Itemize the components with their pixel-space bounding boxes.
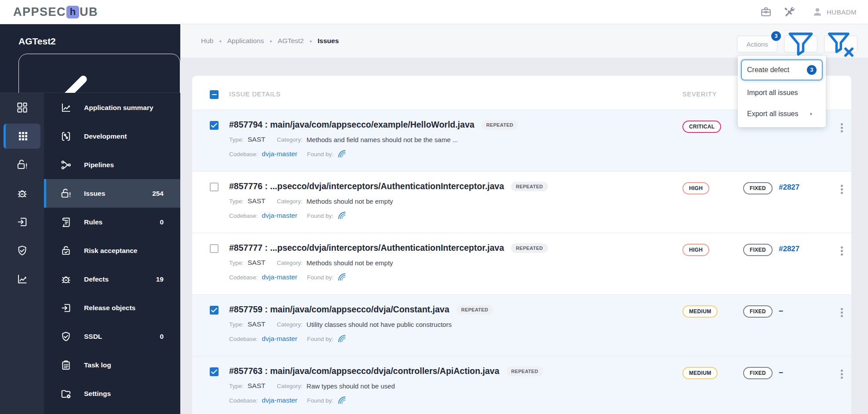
rail-item-applications[interactable] [4, 124, 40, 149]
repeated-badge: REPEATED [511, 182, 547, 191]
sidebar-item-settings[interactable]: Settings [44, 379, 180, 408]
rail-item-release-objects[interactable] [0, 208, 44, 236]
row-overflow-menu[interactable] [839, 245, 845, 257]
sidebar-item-rules[interactable]: Rules0 [44, 208, 180, 236]
lock-check-icon [60, 245, 72, 256]
menu-item-label: Export all issues [747, 110, 799, 118]
sidebar-item-label: Rules [84, 218, 102, 226]
sidebar-item-release-objects[interactable]: Release objects [44, 293, 180, 322]
sidebar-item-development[interactable]: Development [44, 122, 180, 150]
breadcrumb-agtest2[interactable]: AGTest2 [278, 37, 304, 45]
breadcrumb-separator: • [219, 37, 221, 45]
found-by-label: Found by: [307, 212, 333, 219]
row-checkbox[interactable] [210, 367, 219, 376]
menu-item-export-all-issues[interactable]: Export all issues [738, 103, 826, 125]
rail-item-dashboard[interactable] [0, 93, 44, 122]
codebase-link[interactable]: dvja-master [262, 150, 297, 158]
sonar-scanner-icon [337, 211, 347, 220]
breadcrumb-issues: Issues [317, 37, 339, 45]
sidebar-item-count: 0 [160, 218, 164, 226]
menu-item-create-defect[interactable]: Create defect3 [741, 59, 823, 81]
sidebar-item-label: Settings [84, 390, 111, 398]
type-label: Type: [229, 260, 244, 266]
sidebar-item-label: Pipelines [84, 161, 114, 169]
sonar-scanner-icon [337, 272, 347, 282]
defect-link[interactable]: #2827 [779, 183, 799, 191]
sidebar-item-application-summary[interactable]: Application summary [44, 93, 180, 122]
breadcrumb: Hub•Applications•AGTest2•Issues [201, 37, 339, 45]
appsechub-logo[interactable]: APPSEC h UB [13, 5, 98, 19]
submenu-arrow-icon [808, 111, 814, 117]
actions-button[interactable]: Actions 3 [737, 36, 777, 52]
rail-item-ssdl[interactable] [0, 236, 44, 265]
row-overflow-menu[interactable] [839, 368, 845, 381]
type-value: SAST [248, 320, 265, 328]
category-label: Category: [277, 260, 303, 266]
filter-button[interactable] [784, 36, 817, 52]
severity-header: SEVERITY [682, 91, 733, 98]
sonar-scanner-icon [337, 334, 347, 344]
funnel-clear-icon [824, 28, 857, 60]
defect-empty: – [779, 368, 783, 377]
issue-row[interactable]: #857759 : main/java/com/appsecco/dvja/Co… [192, 294, 851, 356]
menu-item-import-all-issues[interactable]: Import all issues [738, 82, 826, 103]
rail-item-defects[interactable] [0, 179, 44, 208]
issue-row[interactable]: #857777 : ...psecco/dvja/interceptors/Au… [192, 233, 851, 294]
status-badge: FIXED [743, 244, 773, 256]
row-checkbox[interactable] [210, 244, 219, 253]
issue-details: #857759 : main/java/com/appsecco/dvja/Co… [229, 304, 667, 344]
logo-h-tile: h [66, 6, 79, 18]
severity-badge: MEDIUM [682, 305, 718, 318]
app-header: APPSEC h UB HUBADM [0, 0, 868, 24]
exit-to-app-icon [60, 302, 72, 314]
sidebar-item-label: Risk acceptance [84, 247, 138, 255]
breadcrumb-applications[interactable]: Applications [227, 37, 264, 45]
issue-row[interactable]: #857763 : main/java/com/appsecco/dvja/co… [192, 356, 851, 414]
sonar-scanner-icon [337, 149, 347, 159]
codebase-link[interactable]: dvja-master [262, 212, 297, 220]
severity-badge: HIGH [682, 244, 709, 256]
breadcrumb-hub[interactable]: Hub [201, 37, 213, 45]
found-by-label: Found by: [307, 274, 333, 281]
sidebar-item-issues[interactable]: Issues254 [44, 179, 180, 208]
row-overflow-menu[interactable] [839, 121, 845, 134]
issue-details: #857776 : ...psecco/dvja/interceptors/Au… [229, 181, 667, 220]
sidebar-item-defects[interactable]: Defects19 [44, 265, 180, 293]
row-checkbox[interactable] [210, 183, 219, 191]
issue-title[interactable]: #857763 : main/java/com/appsecco/dvja/co… [229, 366, 500, 376]
issue-row[interactable]: #857776 : ...psecco/dvja/interceptors/Au… [192, 171, 851, 233]
codebase-link[interactable]: dvja-master [262, 396, 297, 404]
sidebar-item-pipelines[interactable]: Pipelines [44, 150, 180, 179]
main-content: Hub•Applications•AGTest2•Issues Actions … [180, 24, 868, 414]
rail-item-issues[interactable] [0, 150, 44, 179]
codebase-link[interactable]: dvja-master [262, 273, 297, 281]
issue-details: #857763 : main/java/com/appsecco/dvja/co… [229, 366, 667, 405]
row-overflow-menu[interactable] [839, 183, 845, 196]
row-overflow-menu[interactable] [839, 306, 845, 319]
defect-link[interactable]: #2827 [779, 245, 799, 253]
sidebar-item-task-log[interactable]: Task log [44, 351, 180, 379]
status-badge: FIXED [743, 305, 773, 318]
type-label: Type: [229, 198, 244, 205]
issue-title[interactable]: #857794 : main/java/com/appsecco/example… [229, 120, 474, 130]
status-badge: FIXED [743, 367, 773, 379]
category-value: Methods should not be empty [306, 259, 393, 267]
briefcase-icon[interactable] [760, 6, 772, 18]
issue-title[interactable]: #857759 : main/java/com/appsecco/dvja/Co… [229, 304, 449, 315]
sidebar-item-risk-acceptance[interactable]: Risk acceptance [44, 236, 180, 265]
select-all-checkbox[interactable] [210, 90, 219, 99]
issue-title[interactable]: #857777 : ...psecco/dvja/interceptors/Au… [229, 243, 504, 253]
row-checkbox[interactable] [210, 306, 219, 315]
rail-item-reports[interactable] [0, 265, 44, 293]
codebase-link[interactable]: dvja-master [262, 335, 297, 343]
user-menu[interactable]: HUBADM [812, 7, 857, 17]
type-label: Type: [229, 321, 244, 328]
issue-title[interactable]: #857776 : ...psecco/dvja/interceptors/Au… [229, 181, 504, 191]
sidebar-item-ssdl[interactable]: SSDL0 [44, 322, 180, 351]
clear-filter-button[interactable] [824, 36, 857, 52]
tools-icon[interactable] [783, 6, 795, 18]
severity-badge: HIGH [682, 182, 709, 194]
sidebar-app-section: AGTest2 Go back to applications [0, 24, 180, 92]
lock-alert-icon [60, 188, 72, 199]
row-checkbox[interactable] [210, 121, 219, 130]
